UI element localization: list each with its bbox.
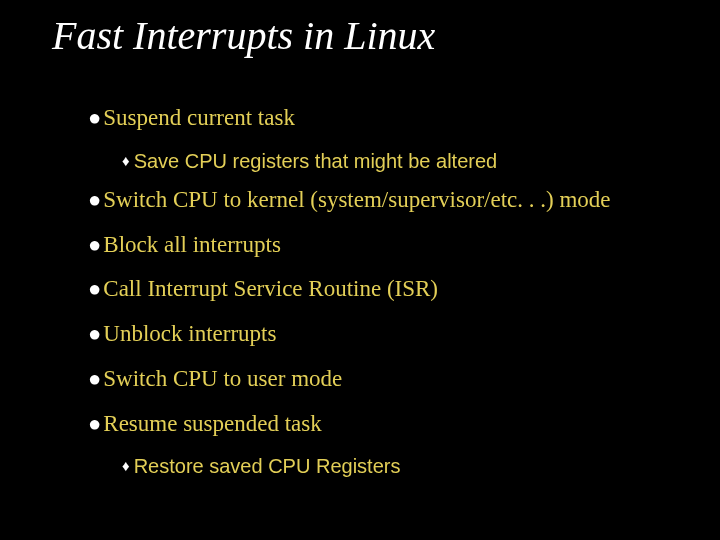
list-subitem: ♦ Save CPU registers that might be alter…	[122, 149, 680, 174]
list-subitem: ♦ Restore saved CPU Registers	[122, 454, 680, 479]
list-subitem-text: Restore saved CPU Registers	[134, 454, 401, 479]
list-item-text: Block all interrupts	[103, 231, 281, 260]
list-item: ● Call Interrupt Service Routine (ISR)	[88, 275, 680, 304]
list-item: ● Resume suspended task	[88, 410, 680, 439]
list-item-text: Switch CPU to kernel (system/supervisor/…	[103, 186, 610, 215]
diamond-icon: ♦	[122, 456, 130, 476]
bullet-icon: ●	[88, 189, 101, 211]
list-item-text: Unblock interrupts	[103, 320, 276, 349]
bullet-icon: ●	[88, 234, 101, 256]
slide-title: Fast Interrupts in Linux	[52, 14, 680, 58]
bullet-icon: ●	[88, 368, 101, 390]
list-item: ● Block all interrupts	[88, 231, 680, 260]
list-item-text: Suspend current task	[103, 104, 295, 133]
bullet-icon: ●	[88, 107, 101, 129]
list-subitem-text: Save CPU registers that might be altered	[134, 149, 498, 174]
bullet-icon: ●	[88, 278, 101, 300]
bullet-icon: ●	[88, 323, 101, 345]
slide: Fast Interrupts in Linux ● Suspend curre…	[0, 0, 720, 540]
slide-body: ● Suspend current task ♦ Save CPU regist…	[88, 104, 680, 479]
list-item: ● Switch CPU to user mode	[88, 365, 680, 394]
bullet-icon: ●	[88, 413, 101, 435]
list-item-text: Switch CPU to user mode	[103, 365, 342, 394]
list-item: ● Switch CPU to kernel (system/superviso…	[88, 186, 680, 215]
list-item: ● Suspend current task	[88, 104, 680, 133]
diamond-icon: ♦	[122, 151, 130, 171]
list-item-text: Call Interrupt Service Routine (ISR)	[103, 275, 438, 304]
list-item: ● Unblock interrupts	[88, 320, 680, 349]
list-item-text: Resume suspended task	[103, 410, 321, 439]
